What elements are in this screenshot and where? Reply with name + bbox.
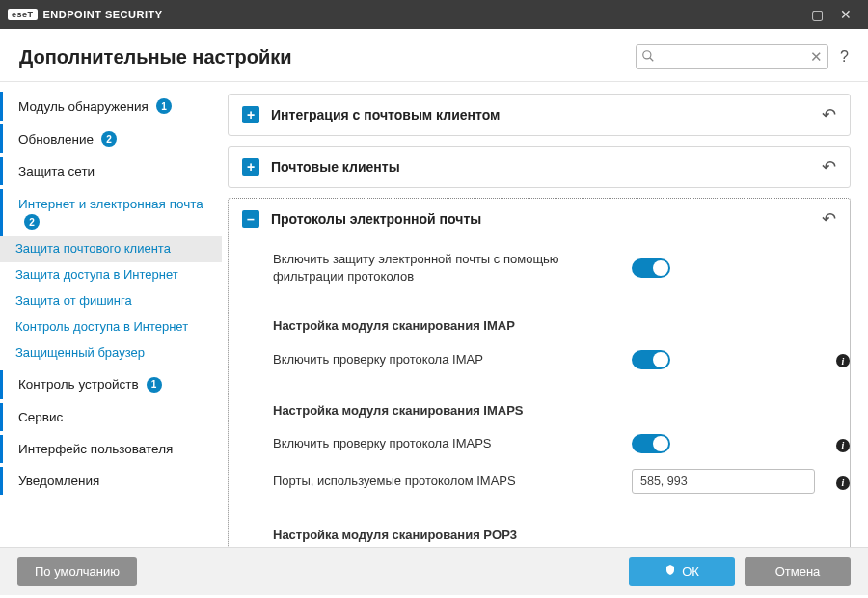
panel-email-protocols: – Протоколы электронной почты ↶ Включить… (228, 198, 851, 547)
svg-line-1 (650, 58, 654, 62)
collapse-icon[interactable]: – (242, 210, 259, 228)
toggle-imaps[interactable] (632, 434, 670, 453)
titlebar: eseT ENDPOINT SECURITY ▢ ✕ (0, 0, 868, 29)
revert-icon[interactable]: ↶ (822, 208, 836, 230)
sidebar-sub-web-access[interactable]: Защита доступа в Интернет (0, 262, 222, 288)
sidebar-sub-antiphishing[interactable]: Защита от фишинга (0, 288, 222, 314)
search-input[interactable] (636, 44, 828, 69)
input-imaps-ports[interactable] (632, 469, 815, 494)
window-close-icon[interactable]: ✕ (831, 0, 860, 29)
info-icon[interactable]: i (836, 439, 850, 452)
setting-row-imap-check: Включить проверку протокола IMAP i (273, 342, 836, 377)
setting-label: Включить защиту электронной почты с помо… (273, 251, 620, 285)
sidebar-item-internet-email[interactable]: Интернет и электронная почта 2 (0, 189, 222, 236)
panel-header[interactable]: + Интеграция с почтовым клиентом ↶ (229, 95, 850, 135)
setting-label: Включить проверку протокола IMAPS (273, 435, 620, 452)
section-pop3: Настройка модуля сканирования POP3 (273, 519, 836, 547)
sidebar-item-label: Обновление (18, 132, 94, 147)
badge: 2 (24, 214, 40, 230)
panel-title: Протоколы электронной почты (271, 211, 810, 227)
shield-icon (665, 564, 676, 579)
search-field[interactable]: ✕ (636, 44, 828, 69)
panel-mail-clients: + Почтовые клиенты ↶ (228, 146, 851, 188)
sidebar-item-label: Контроль устройств (18, 377, 139, 392)
footer: По умолчанию ОК Отмена (0, 547, 868, 595)
svg-point-0 (643, 51, 651, 59)
setting-row-enable-filter: Включить защиту электронной почты с помо… (273, 243, 836, 292)
window-maximize-icon[interactable]: ▢ (802, 0, 831, 29)
ok-label: ОК (682, 564, 699, 579)
info-icon[interactable]: i (836, 354, 850, 367)
sidebar-item-label: Защита сети (18, 164, 95, 178)
panel-title: Интеграция с почтовым клиентом (271, 107, 810, 122)
sidebar-item-label: Уведомления (18, 474, 99, 488)
badge: 2 (101, 131, 117, 147)
sidebar-item-notifications[interactable]: Уведомления (0, 467, 222, 495)
panel-header[interactable]: – Протоколы электронной почты ↶ (229, 199, 850, 239)
toggle-enable-filter[interactable] (632, 258, 670, 278)
sidebar-item-update[interactable]: Обновление 2 (0, 124, 222, 153)
toggle-imap[interactable] (632, 350, 670, 369)
setting-row-imaps-check: Включить проверку протокола IMAPS i (273, 426, 836, 461)
sidebar-sub-secure-browser[interactable]: Защищенный браузер (0, 340, 222, 367)
brand-text: ENDPOINT SECURITY (43, 9, 163, 20)
search-icon (641, 49, 655, 66)
sidebar-sub-web-control[interactable]: Контроль доступа в Интернет (0, 314, 222, 340)
defaults-button[interactable]: По умолчанию (17, 557, 137, 586)
sidebar-item-label: Модуль обнаружения (18, 99, 149, 114)
revert-icon[interactable]: ↶ (822, 156, 836, 177)
info-icon[interactable]: i (836, 476, 850, 490)
brand: eseT ENDPOINT SECURITY (8, 9, 163, 20)
section-imaps: Настройка модуля сканирования IMAPS (273, 394, 836, 427)
panel-body: Включить защиту электронной почты с помо… (229, 239, 850, 547)
panel-title: Почтовые клиенты (271, 159, 810, 175)
badge: 1 (156, 98, 172, 114)
panel-mail-integration: + Интеграция с почтовым клиентом ↶ (228, 94, 851, 136)
panel-header[interactable]: + Почтовые клиенты ↶ (229, 147, 850, 187)
sidebar-item-device-control[interactable]: Контроль устройств 1 (0, 370, 222, 399)
brand-logo: eseT (8, 9, 38, 20)
expand-icon[interactable]: + (242, 158, 259, 176)
ok-button[interactable]: ОК (629, 557, 735, 586)
cancel-button[interactable]: Отмена (745, 557, 851, 586)
section-title: Настройка модуля сканирования IMAP (273, 317, 620, 335)
setting-label: Порты, используемые протоколом IMAPS (273, 473, 620, 490)
sidebar-item-label: Интерфейс пользователя (18, 442, 173, 456)
sidebar-item-ui[interactable]: Интерфейс пользователя (0, 435, 222, 463)
sidebar-item-netprotect[interactable]: Защита сети (0, 157, 222, 185)
setting-label: Включить проверку протокола IMAP (273, 351, 620, 368)
clear-search-icon[interactable]: ✕ (810, 48, 823, 66)
section-title: Настройка модуля сканирования POP3 (273, 527, 620, 544)
sidebar-item-label: Сервис (18, 410, 63, 424)
sidebar-item-label: Интернет и электронная почта (18, 197, 203, 211)
badge: 1 (147, 377, 162, 393)
sidebar-sub-email-client[interactable]: Защита почтового клиента (0, 236, 222, 262)
expand-icon[interactable]: + (242, 106, 259, 123)
revert-icon[interactable]: ↶ (822, 104, 836, 125)
section-imap: Настройка модуля сканирования IMAP (273, 310, 836, 342)
header: Дополнительные настройки ✕ ? (0, 29, 868, 82)
content-area: + Интеграция с почтовым клиентом ↶ + Поч… (222, 82, 868, 547)
help-icon[interactable]: ? (840, 48, 849, 66)
page-title: Дополнительные настройки (19, 46, 292, 68)
section-title: Настройка модуля сканирования IMAPS (273, 402, 620, 420)
setting-row-imaps-ports: Порты, используемые протоколом IMAPS i (273, 461, 836, 502)
sidebar-item-detection[interactable]: Модуль обнаружения 1 (0, 92, 222, 121)
sidebar: Модуль обнаружения 1 Обновление 2 Защита… (0, 82, 222, 547)
sidebar-item-tools[interactable]: Сервис (0, 403, 222, 431)
